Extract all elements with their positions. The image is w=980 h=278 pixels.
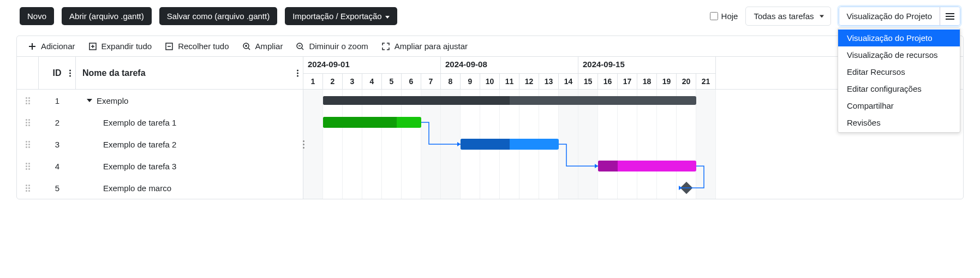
table-row[interactable]: 1Exemplo xyxy=(17,90,303,111)
gantt-container: Adicionar Expandir tudo Recolher tudo Am… xyxy=(16,36,964,199)
zoom-out-button[interactable]: Diminuir o zoom xyxy=(296,42,368,51)
timeline-day: 2 xyxy=(323,73,343,90)
view-dropdown-menu: Visualização do ProjetoVisualização de r… xyxy=(838,28,960,133)
plus-icon xyxy=(28,42,37,51)
zoom-in-button[interactable]: Ampliar xyxy=(242,42,283,51)
view-menu-item[interactable]: Editar configurações xyxy=(838,80,960,97)
timeline-day: 14 xyxy=(559,73,578,90)
timeline-day: 3 xyxy=(343,73,362,90)
column-id-menu[interactable] xyxy=(69,68,71,78)
today-toggle[interactable]: Hoje xyxy=(710,11,738,21)
timeline-day: 1 xyxy=(303,73,323,90)
pane-splitter[interactable] xyxy=(301,90,306,199)
row-id: 5 xyxy=(39,177,76,199)
expand-icon xyxy=(88,42,97,51)
drag-handle[interactable] xyxy=(17,155,39,177)
timeline-day: 16 xyxy=(598,73,618,90)
table-row[interactable]: 3Exemplo de tarefa 2 xyxy=(17,133,303,155)
timeline-day: 21 xyxy=(696,73,716,90)
top-toolbar: Novo Abrir (arquivo .gantt) Salvar como … xyxy=(0,0,980,36)
zoom-fit-icon xyxy=(381,42,390,51)
row-name[interactable]: Exemplo de tarefa 1 xyxy=(76,111,303,133)
timeline-row xyxy=(303,133,963,155)
table-row[interactable]: 2Exemplo de tarefa 1 xyxy=(17,111,303,133)
new-button[interactable]: Novo xyxy=(20,7,54,25)
add-task-button[interactable]: Adicionar xyxy=(28,42,75,51)
task-name-label: Exemplo de tarefa 3 xyxy=(103,162,176,171)
expand-all-button[interactable]: Expandir tudo xyxy=(88,42,152,51)
task-name-label: Exemplo xyxy=(97,96,128,105)
timeline-day: 13 xyxy=(539,73,559,90)
today-checkbox[interactable] xyxy=(710,12,718,20)
task-bar[interactable] xyxy=(323,117,421,128)
save-button[interactable]: Salvar como (arquivo .gantt) xyxy=(159,7,277,25)
task-table: ID Nome da tarefa 1Exemplo2Exemplo de ta… xyxy=(17,57,303,199)
task-filter-select[interactable]: Todas as tarefas xyxy=(745,7,830,26)
view-menu-item[interactable]: Compartilhar xyxy=(838,97,960,114)
timeline-day: 19 xyxy=(657,73,677,90)
view-menu-item[interactable]: Revisões xyxy=(838,114,960,131)
hamburger-icon xyxy=(946,13,954,20)
timeline-day: 12 xyxy=(519,73,539,90)
chevron-down-icon[interactable] xyxy=(87,99,92,102)
view-button[interactable]: Visualização do Projeto xyxy=(839,7,940,25)
timeline-day: 9 xyxy=(461,73,480,90)
expand-label: Expandir tudo xyxy=(101,42,152,51)
drag-handle[interactable] xyxy=(17,111,39,133)
task-name-label: Exemplo de tarefa 1 xyxy=(103,118,176,127)
timeline-day: 10 xyxy=(480,73,500,90)
view-menu-item[interactable]: Visualização do Projeto xyxy=(838,29,960,46)
row-name[interactable]: Exemplo de tarefa 3 xyxy=(76,155,303,177)
view-menu-item[interactable]: Editar Recursos xyxy=(838,63,960,80)
row-name[interactable]: Exemplo de tarefa 2 xyxy=(76,133,303,155)
today-label: Hoje xyxy=(721,11,738,21)
timeline-day: 6 xyxy=(402,73,421,90)
timeline-week: 2024-09-08 xyxy=(441,57,578,73)
task-name-label: Exemplo de tarefa 2 xyxy=(103,140,176,149)
table-row[interactable]: 4Exemplo de tarefa 3 xyxy=(17,155,303,177)
drag-handle[interactable] xyxy=(17,90,39,111)
timeline-week: 2024-09-01 xyxy=(303,57,441,73)
gantt-toolbar: Adicionar Expandir tudo Recolher tudo Am… xyxy=(17,36,963,57)
view-menu-toggle[interactable] xyxy=(940,7,960,25)
import-export-button[interactable]: Importação / Exportação xyxy=(285,7,397,25)
view-menu-item[interactable]: Visualização de recursos xyxy=(838,46,960,63)
collapse-all-button[interactable]: Recolher tudo xyxy=(165,42,229,51)
zoomfit-label: Ampliar para ajustar xyxy=(395,42,468,51)
table-row[interactable]: 5Exemplo de marco xyxy=(17,177,303,199)
timeline-day: 5 xyxy=(382,73,402,90)
open-button[interactable]: Abrir (arquivo .gantt) xyxy=(62,7,152,25)
row-id: 1 xyxy=(39,90,76,111)
drag-handle[interactable] xyxy=(17,133,39,155)
timeline-day: 20 xyxy=(677,73,696,90)
task-bar[interactable] xyxy=(598,161,696,171)
add-label: Adicionar xyxy=(41,42,75,51)
gantt-body: ID Nome da tarefa 1Exemplo2Exemplo de ta… xyxy=(17,57,963,199)
zoom-fit-button[interactable]: Ampliar para ajustar xyxy=(381,42,468,51)
row-name[interactable]: Exemplo de marco xyxy=(76,177,303,199)
drag-handle[interactable] xyxy=(17,177,39,199)
row-id: 2 xyxy=(39,111,76,133)
timeline-week: 2024-09-15 xyxy=(578,57,716,73)
view-dropdown: Visualização do Projeto Visualização do … xyxy=(839,7,961,26)
collapse-icon xyxy=(165,42,174,51)
zoomin-label: Ampliar xyxy=(255,42,283,51)
table-header: ID Nome da tarefa xyxy=(17,57,303,90)
collapse-label: Recolher tudo xyxy=(178,42,229,51)
task-name-label: Exemplo de marco xyxy=(103,184,171,193)
timeline-day: 4 xyxy=(362,73,382,90)
timeline-day: 7 xyxy=(421,73,441,90)
column-name: Nome da tarefa xyxy=(82,68,146,78)
task-bar[interactable] xyxy=(461,139,559,150)
zoom-in-icon xyxy=(242,42,251,51)
timeline-row xyxy=(303,177,963,199)
row-id: 4 xyxy=(39,155,76,177)
group-bar[interactable] xyxy=(323,96,696,105)
row-id: 3 xyxy=(39,133,76,155)
row-name[interactable]: Exemplo xyxy=(76,90,303,111)
zoom-out-icon xyxy=(296,42,304,51)
timeline-row xyxy=(303,155,963,177)
column-name-menu[interactable] xyxy=(297,68,298,78)
zoomout-label: Diminuir o zoom xyxy=(309,42,368,51)
timeline-day: 15 xyxy=(578,73,598,90)
